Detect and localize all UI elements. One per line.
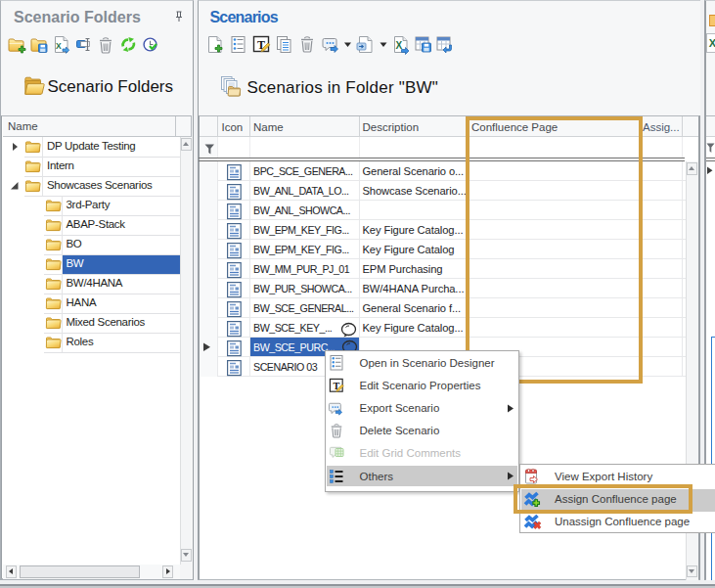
svg-text:X: X bbox=[56, 41, 62, 51]
svg-text:X: X bbox=[396, 40, 403, 51]
